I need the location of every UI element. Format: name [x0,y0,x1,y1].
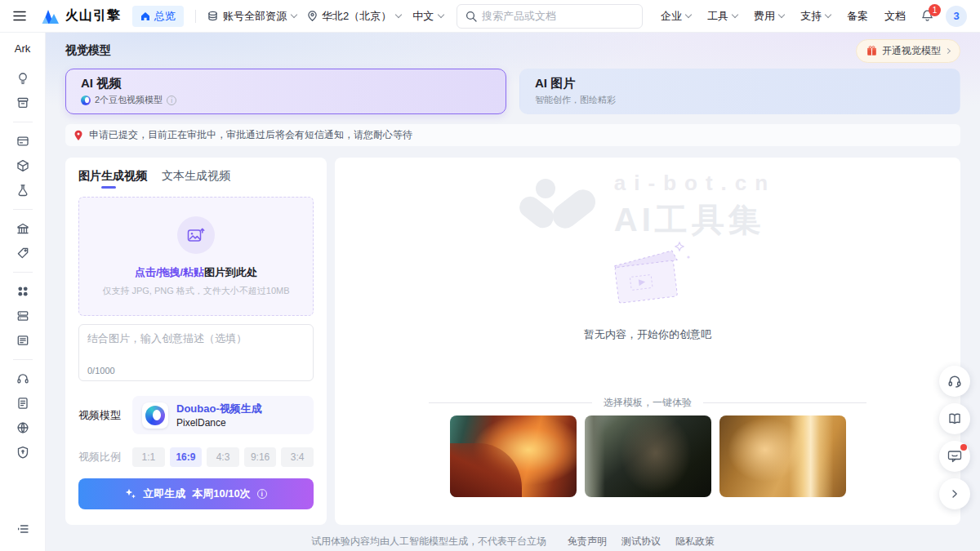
ratio-option-16-9[interactable]: 16:9 [170,447,203,467]
user-avatar[interactable]: 3 [946,6,967,27]
main-content: 视觉模型 开通视觉模型 AI 视频 2个豆包视频模型 AI 图片 智能创作，图绘… [46,33,980,551]
feedback-badge-dot [960,444,967,451]
collapse-list-icon [16,522,29,535]
hamburger-menu-icon[interactable] [13,11,26,21]
chevron-down-icon [438,11,444,18]
sidebar-item-globe[interactable] [10,415,36,440]
sidebar-item-archive[interactable] [10,91,36,115]
sidebar-item-document[interactable] [10,391,36,415]
nav-menu-beian[interactable]: 备案 [847,9,868,24]
generate-button[interactable]: 立即生成 本周10/10次 [78,478,314,509]
clapperboard-illustration [595,236,701,314]
footer-disclaimer: 试用体验内容均由人工智能模型生成，不代表平台立场 [311,535,546,549]
upload-dropzone[interactable]: 点击/拖拽/粘贴图片到此处 仅支持 JPG, PNG 格式，文件大小不超过10M… [78,197,314,316]
open-visual-model-button[interactable]: 开通视觉模型 [856,39,960,63]
expand-fab[interactable] [939,478,970,509]
ratio-row: 视频比例 1:1 16:9 4:3 9:16 3:4 [78,447,314,467]
cube-icon [16,159,29,172]
search-input[interactable] [482,10,634,22]
sidebar-item-server[interactable] [10,304,36,328]
sidebar-item-lightbulb[interactable] [10,66,36,91]
nav-overview[interactable]: 总览 [132,6,184,27]
upload-icon-circle [177,216,215,254]
generation-tabs: 图片生成视频 文本生成视频 [78,169,314,189]
headset-icon [16,372,29,385]
notification-badge: 1 [929,4,941,16]
nav-menu-tools[interactable]: 工具 [707,9,737,24]
ai-image-title: AI 图片 [535,76,945,91]
nav-menu-support[interactable]: 支持 [800,9,831,24]
footer-link-test-agreement[interactable]: 测试协议 [621,535,661,549]
server-list-icon [16,334,29,347]
archive-box-icon [16,96,29,109]
divider [13,272,33,273]
footer-link-privacy[interactable]: 隐私政策 [675,535,715,549]
prompt-input[interactable] [87,331,305,366]
ratio-option-9-16[interactable]: 9:16 [244,447,277,467]
nav-menu-billing[interactable]: 费用 [754,9,784,24]
document-icon [16,397,29,410]
page-title: 视觉模型 [65,43,111,58]
nav-menu-enterprise[interactable]: 企业 [661,9,691,24]
menu-label: 企业 [661,9,682,24]
support-fab[interactable] [939,366,970,397]
feedback-icon [947,450,962,463]
sidebar-item-bank[interactable] [10,216,36,241]
sidebar-item-shield[interactable] [10,440,36,464]
template-thumbnail-city-car[interactable] [450,415,577,497]
watermark: ai-bot.cn AI工具集 [335,171,960,242]
divider [13,359,33,360]
template-thumbnail-golden-child[interactable] [719,415,846,497]
nav-menu-docs[interactable]: 文档 [884,9,906,24]
chevron-down-icon [778,11,785,18]
approval-notice-text: 申请已提交，目前正在审批中，审批通过后将会有短信通知，请您耐心等待 [89,128,412,142]
result-canvas: ai-bot.cn AI工具集 [335,158,960,525]
chevron-down-icon [685,11,692,18]
divider [429,402,592,403]
brand-logo[interactable]: 火山引擎 [41,7,121,24]
approval-notice: 申请已提交，目前正在审批中，审批通过后将会有短信通知，请您耐心等待 [65,124,960,146]
sidebar-item-card[interactable] [10,129,36,153]
video-model-select[interactable]: Doubao-视频生成 PixelDance [132,396,314,434]
upload-title-highlight: 点击/拖拽/粘贴 [135,266,204,278]
nav-language[interactable]: 中文 [412,9,443,24]
page-footer: 试用体验内容均由人工智能模型生成，不代表平台立场 免责声明 测试协议 隐私政策 [65,535,960,549]
menu-label: 工具 [707,9,728,24]
menu-label: 文档 [884,9,906,24]
sidebar-item-cube[interactable] [10,153,36,178]
sidebar-item-flask[interactable] [10,178,36,202]
tab-image-to-video[interactable]: 图片生成视频 [78,169,147,189]
sidebar-item-apps[interactable] [10,279,36,304]
model-label: 视频模型 [78,408,122,423]
ai-image-card[interactable]: AI 图片 智能创作，图绘精彩 [519,69,960,114]
nav-region[interactable]: 华北2（北京） [308,9,401,24]
chevron-down-icon [732,11,738,18]
volcengine-logo-icon [41,9,60,24]
search-box[interactable] [457,4,643,29]
ai-video-card[interactable]: AI 视频 2个豆包视频模型 [65,69,506,114]
template-thumbnail-dark-portrait[interactable] [585,415,711,497]
sidebar-item-tag[interactable] [10,241,36,265]
nav-account-resources[interactable]: 账号全部资源 [207,9,296,24]
tab-text-to-video[interactable]: 文本生成视频 [162,169,230,189]
home-icon [140,11,150,21]
image-upload-icon [187,227,205,243]
divider [13,122,33,122]
footer-link-disclaimer[interactable]: 免责声明 [568,535,607,549]
feedback-fab[interactable] [939,441,970,472]
docs-fab[interactable] [939,403,970,434]
ratio-label: 视频比例 [78,450,122,464]
ratio-option-3-4[interactable]: 3:4 [281,447,314,467]
divider [13,209,33,210]
model-info: Doubao-视频生成 PixelDance [176,402,262,429]
sidebar-item-server-list[interactable] [10,328,36,353]
sparkle-icon [125,488,136,500]
generate-quota: 本周10/10次 [192,487,251,501]
nav-account-resources-label: 账号全部资源 [223,9,287,24]
sidebar-collapse-button[interactable] [10,517,36,541]
ratio-option-1-1[interactable]: 1:1 [132,447,165,467]
avatar-label: 3 [953,10,959,22]
ratio-option-4-3[interactable]: 4:3 [207,447,239,467]
notification-bell[interactable]: 1 [920,9,934,23]
sidebar-item-support[interactable] [10,367,36,391]
